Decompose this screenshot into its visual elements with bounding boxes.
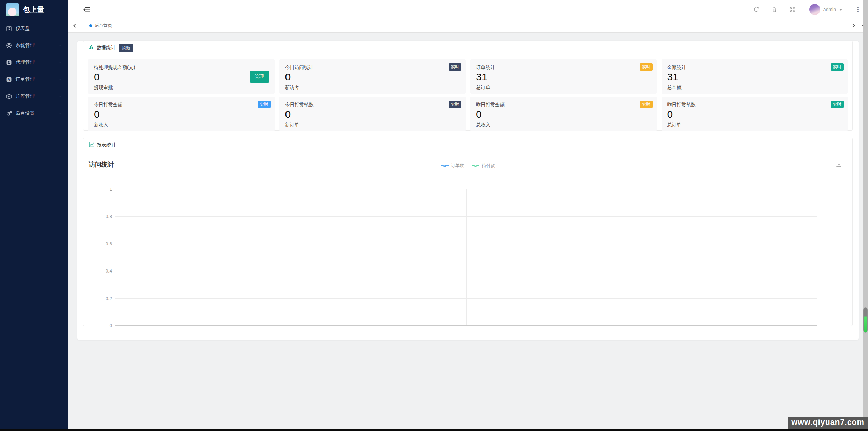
trash-icon[interactable] (771, 6, 777, 13)
stat-card-withdraw: 待处理提现金额(元) 0 提现审批 管理 (88, 59, 275, 94)
stat-card-visits: 今日访问统计 实时 0 新访客 (279, 59, 466, 94)
app-logo[interactable]: 包上量 (0, 0, 68, 19)
manage-button[interactable]: 管理 (250, 71, 269, 83)
chevron-right-icon (851, 24, 855, 27)
stat-card-orders: 订单统计 实时 31 总订单 (470, 59, 657, 94)
report-panel-title: 报表统计 (97, 142, 116, 148)
sidebar-item-orders[interactable]: A 订单管理 (0, 71, 68, 88)
logo-avatar (6, 3, 19, 16)
chevron-down-icon (58, 111, 62, 115)
tabbar: 后台首页 (68, 19, 868, 33)
status-badge: 实时 (640, 63, 653, 71)
scrollbar-thumb[interactable] (863, 307, 868, 333)
legend-item-orders[interactable]: 订单数 (441, 163, 464, 169)
chevron-down-icon (58, 60, 62, 64)
report-panel-header: 报表统计 (83, 138, 852, 152)
stat-card-yesterday-reward-count: 昨日打赏笔数 实时 0 总订单 (662, 97, 848, 131)
stats-panel: 数据统计 刷新 待处理提现金额(元) 0 提现审批 管理 今日访问统计 实时 0… (83, 41, 853, 131)
active-tab-dot (89, 24, 92, 27)
y-axis-tick: 0.4 (99, 268, 112, 274)
chevron-left-icon (73, 24, 77, 27)
tab-scroll-right-button[interactable] (848, 19, 858, 32)
chart-plot-area: 1 0.8 0.6 0.4 0.2 0 (115, 189, 817, 326)
bottom-strip (0, 429, 868, 431)
sidebar-item-agents[interactable]: 代理管理 (0, 54, 68, 71)
chevron-down-icon (58, 43, 62, 47)
chart-legend: 订单数 待付款 (441, 163, 495, 169)
tab-home[interactable]: 后台首页 (82, 19, 119, 32)
status-badge: 实时 (831, 63, 844, 71)
content-area: 数据统计 刷新 待处理提现金额(元) 0 提现审批 管理 今日访问统计 实时 0… (68, 33, 868, 431)
status-badge: 实时 (831, 101, 844, 108)
dashboard-icon (6, 26, 12, 32)
chart-title: 访问统计 (88, 160, 114, 169)
status-badge: 实时 (258, 101, 271, 108)
svg-text:A: A (8, 78, 11, 81)
legend-marker-icon (474, 165, 477, 167)
topbar-actions: admin ⋮ (753, 4, 861, 15)
agent-icon (6, 60, 12, 65)
sidebar-item-settings[interactable]: 后台设置 (0, 105, 68, 122)
sidebar: 包上量 仪表盘 系统管理 代理管理 A 订单管理 (0, 0, 68, 431)
refresh-icon[interactable] (753, 6, 760, 13)
sidebar-item-system[interactable]: 系统管理 (0, 37, 68, 54)
y-axis-tick: 1 (99, 187, 112, 192)
stat-card-today-reward-count: 今日打赏笔数 实时 0 新订单 (279, 97, 466, 131)
stats-panel-header: 数据统计 刷新 (83, 41, 852, 55)
stat-card-today-reward-amount: 今日打赏金额 实时 0 新收入 (88, 97, 275, 131)
chevron-down-icon (839, 9, 842, 11)
status-badge: 实时 (640, 101, 653, 108)
tab-scroll-left-button[interactable] (68, 19, 82, 32)
username: admin (823, 7, 836, 12)
sidebar-item-media-library[interactable]: 片库管理 (0, 88, 68, 105)
stats-panel-title: 数据统计 (97, 45, 116, 51)
line-chart-icon (88, 142, 94, 149)
tabbar-spacer (119, 19, 848, 32)
y-axis-tick: 0.2 (99, 296, 112, 301)
y-axis-tick: 0.6 (99, 241, 112, 246)
status-badge: 实时 (449, 63, 461, 71)
chevron-down-icon (58, 77, 62, 81)
download-icon[interactable] (836, 161, 842, 169)
stat-card-amount: 金额统计 实时 31 总金额 (662, 59, 848, 94)
user-menu[interactable]: admin (809, 4, 842, 15)
y-axis-tick: 0 (99, 323, 112, 328)
avatar (809, 4, 820, 15)
collapse-sidebar-button[interactable] (83, 7, 90, 13)
watermark: www.qiyuan7.com (788, 417, 868, 429)
more-actions-button[interactable]: ⋮ (854, 6, 861, 13)
fullscreen-icon[interactable] (789, 6, 795, 13)
settings-icon (6, 111, 12, 116)
stat-cards: 待处理提现金额(元) 0 提现审批 管理 今日访问统计 实时 0 新访客 订单统… (83, 55, 852, 135)
stat-card-yesterday-reward-amount: 昨日打赏金额 实时 0 总收入 (470, 97, 657, 131)
main-container: 数据统计 刷新 待处理提现金额(元) 0 提现审批 管理 今日访问统计 实时 0… (77, 41, 859, 340)
app-title: 包上量 (23, 5, 44, 14)
x-axis-splitline (466, 189, 467, 325)
legend-item-pending[interactable]: 待付款 (472, 163, 495, 169)
warning-triangle-icon (88, 44, 94, 51)
system-icon (6, 43, 12, 49)
order-icon: A (6, 77, 12, 82)
sidebar-menu: 仪表盘 系统管理 代理管理 A 订单管理 (0, 20, 68, 122)
sidebar-item-dashboard[interactable]: 仪表盘 (0, 20, 68, 37)
scrollbar[interactable] (863, 0, 868, 429)
legend-marker-icon (443, 165, 446, 167)
topbar: admin ⋮ (68, 0, 868, 19)
chevron-down-icon (58, 94, 62, 98)
media-library-icon (6, 94, 12, 99)
visit-chart: 访问统计 订单数 待付款 (83, 152, 852, 326)
y-axis-tick: 0.8 (99, 214, 112, 219)
status-badge: 实时 (449, 101, 461, 108)
refresh-stats-button[interactable]: 刷新 (119, 44, 133, 52)
report-panel: 报表统计 访问统计 订单数 待付款 (83, 138, 853, 326)
